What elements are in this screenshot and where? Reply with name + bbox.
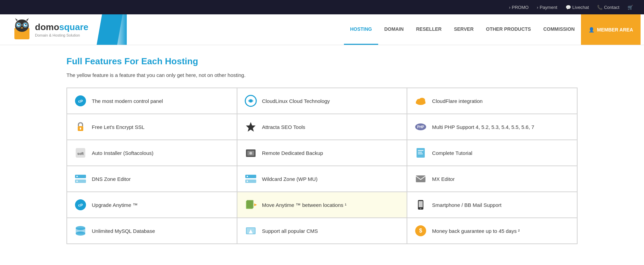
- logo: domosquare Domain & Hosting Solution: [10, 18, 88, 41]
- svg-point-6: [18, 24, 20, 25]
- svg-rect-44: [416, 175, 425, 182]
- svg-rect-23: [80, 128, 81, 130]
- promo-link[interactable]: › PROMO: [509, 5, 529, 10]
- nav-hosting[interactable]: HOSTING: [344, 14, 378, 45]
- feature-modern-control-panel: cP The most modern control panel: [67, 88, 237, 114]
- svg-point-31: [249, 152, 252, 155]
- logo-area: domosquare Domain & Hosting Solution: [0, 14, 110, 45]
- wildcard-icon: [244, 172, 257, 185]
- nav-server[interactable]: SERVER: [448, 14, 480, 45]
- svg-rect-48: [247, 200, 253, 208]
- header: domosquare Domain & Hosting Solution HOS…: [0, 14, 644, 45]
- feature-label-backup: Remote Dedicated Backup: [262, 150, 323, 156]
- backup-icon: [244, 146, 257, 159]
- feature-dns: DNS Zone Editor: [67, 166, 237, 192]
- svg-text:$: $: [419, 228, 422, 234]
- user-icon: 👤: [589, 27, 594, 32]
- payment-label: Payment: [540, 5, 557, 10]
- dns-icon: [74, 172, 87, 185]
- softaculous-icon: soft: [74, 146, 87, 159]
- feature-label-ssl: Free Let's Encrypt SSL: [92, 124, 145, 130]
- feature-label-cloudflare: CloudFlare integration: [432, 98, 483, 104]
- svg-rect-34: [418, 152, 422, 153]
- cms-icon: [244, 224, 257, 237]
- nav-other-products[interactable]: OTHER PRODUCTS: [480, 14, 537, 45]
- feature-label-cms: Support all popular CMS: [262, 228, 318, 234]
- svg-rect-33: [418, 150, 423, 151]
- contact-label: Contact: [604, 5, 619, 10]
- feature-label-attracta: Attracta SEO Tools: [262, 124, 305, 130]
- nav-domain[interactable]: DOMAIN: [378, 14, 410, 45]
- move-icon: [244, 198, 257, 211]
- svg-point-42: [247, 176, 248, 177]
- nav-commission[interactable]: COMMISSION: [537, 14, 581, 45]
- logo-text: domosquare: [35, 22, 88, 32]
- svg-rect-21: [416, 102, 425, 104]
- svg-marker-49: [254, 203, 257, 206]
- ssl-icon: [74, 120, 87, 133]
- mx-icon: [414, 172, 427, 185]
- svg-point-55: [76, 231, 85, 236]
- cart-icon: 🛒: [628, 5, 633, 10]
- smartphone-icon: [414, 198, 427, 211]
- contact-link[interactable]: 📞 Contact: [597, 5, 619, 10]
- feature-cms: Support all popular CMS: [237, 218, 407, 244]
- svg-text:cP: cP: [78, 203, 83, 207]
- feature-cloudflare: CloudFlare integration: [407, 88, 577, 114]
- page-title: Full Features For Each Hosting: [66, 56, 578, 67]
- feature-label-modern-control-panel: The most modern control panel: [92, 98, 163, 104]
- feature-label-move: Move Anytime ™ between locations ¹: [262, 202, 347, 208]
- cpanel-icon: cP: [74, 94, 87, 107]
- top-bar: › PROMO › Payment 💬 Livechat 📞 Contact 🛒: [0, 0, 644, 14]
- cart-link[interactable]: 🛒: [628, 5, 633, 10]
- svg-point-7: [25, 24, 26, 25]
- feature-softaculous: soft Auto Installer (Softacolous): [67, 140, 237, 166]
- svg-text:PHP: PHP: [417, 125, 424, 129]
- feature-php: PHP Multi PHP Support 4, 5.2, 5.3, 5.4, …: [407, 114, 577, 140]
- feature-cloudlinux: CloudLinux Cloud Technology: [237, 88, 407, 114]
- feature-label-cloudlinux: CloudLinux Cloud Technology: [262, 98, 330, 104]
- feature-label-upgrade: Upgrade Anytime ™: [92, 202, 138, 208]
- svg-point-43: [247, 181, 248, 182]
- svg-point-52: [420, 208, 421, 209]
- main-content: Full Features For Each Hosting The yello…: [58, 45, 586, 258]
- cloudlinux-icon: [244, 94, 257, 107]
- feature-label-mx: MX Editor: [432, 176, 455, 182]
- nav-reseller[interactable]: RESELLER: [410, 14, 448, 45]
- logo-subtitle: Domain & Hosting Solution: [35, 33, 88, 37]
- svg-point-39: [76, 181, 78, 182]
- logo-square: square: [59, 22, 88, 32]
- logo-owl-icon: [10, 18, 34, 41]
- livechat-label: Livechat: [572, 5, 589, 10]
- member-area-button[interactable]: 👤 MEMBER AREA: [581, 14, 641, 45]
- moneyback-icon: $: [414, 224, 427, 237]
- phone-icon: 📞: [597, 5, 603, 10]
- feature-mysql: Unlimited MySQL Database: [67, 218, 237, 244]
- feature-ssl: Free Let's Encrypt SSL: [67, 114, 237, 140]
- feature-label-php: Multi PHP Support 4, 5.2, 5.3, 5.4, 5.5,…: [432, 124, 534, 130]
- livechat-link[interactable]: 💬 Livechat: [566, 5, 589, 10]
- feature-smartphone: Smartphone / BB Mail Support: [407, 192, 577, 218]
- svg-rect-51: [419, 201, 423, 207]
- svg-marker-12: [15, 18, 18, 21]
- svg-point-20: [419, 98, 425, 103]
- payment-link[interactable]: › Payment: [537, 5, 557, 10]
- promo-label: PROMO: [512, 5, 529, 10]
- upgrade-icon: cP: [74, 198, 87, 211]
- svg-marker-13: [26, 18, 29, 21]
- attracta-icon: [244, 120, 257, 133]
- svg-point-38: [76, 176, 78, 177]
- svg-text:soft: soft: [77, 152, 84, 156]
- feature-moneyback: $ Money back guarantee up to 45 days ²: [407, 218, 577, 244]
- feature-move: Move Anytime ™ between locations ¹: [237, 192, 407, 218]
- main-nav: HOSTING DOMAIN RESELLER SERVER OTHER PRO…: [127, 14, 644, 45]
- feature-wildcard: Wildcard Zone (WP MU): [237, 166, 407, 192]
- mysql-icon: [74, 224, 87, 237]
- feature-label-smartphone: Smartphone / BB Mail Support: [432, 202, 501, 208]
- feature-label-mysql: Unlimited MySQL Database: [92, 228, 155, 234]
- feature-label-moneyback: Money back guarantee up to 45 days ²: [432, 228, 520, 234]
- feature-attracta: Attracta SEO Tools: [237, 114, 407, 140]
- feature-tutorial: Complete Tutorial: [407, 140, 577, 166]
- svg-rect-35: [418, 154, 423, 154]
- cloudflare-icon: [414, 94, 427, 107]
